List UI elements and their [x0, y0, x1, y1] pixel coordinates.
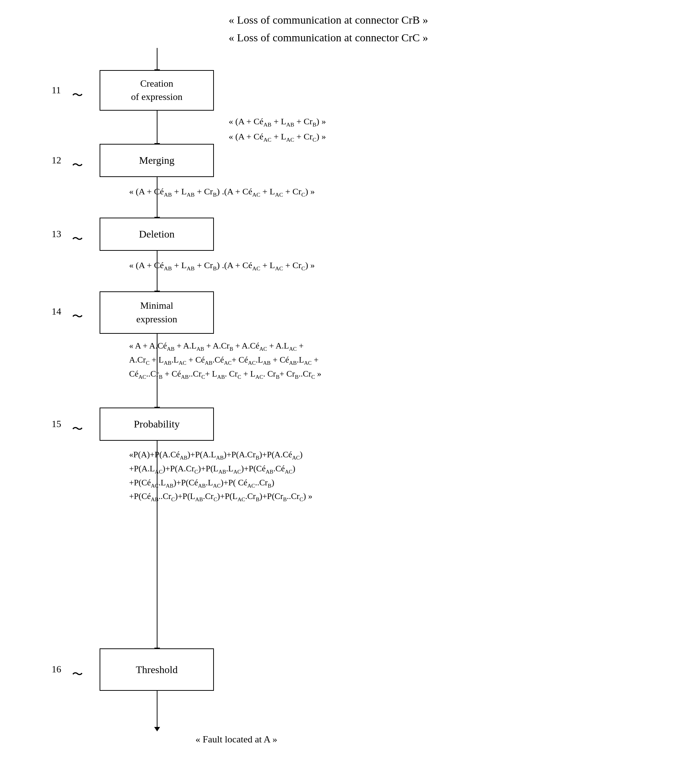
- arrow-13-to-14: [157, 251, 157, 291]
- step-14-wave: 〜: [72, 309, 83, 324]
- step-16-label: 16: [52, 664, 61, 675]
- box-deletion: Deletion: [100, 218, 214, 251]
- step-15-label: 15: [52, 419, 61, 430]
- step-16-wave: 〜: [72, 667, 83, 682]
- diagram-container: « Loss of communication at connector CrB…: [0, 0, 700, 776]
- step-14-label: 14: [52, 306, 61, 317]
- step-11-wave: 〜: [72, 88, 83, 103]
- box-merging: Merging: [100, 144, 214, 177]
- step-12-label: 12: [52, 155, 61, 166]
- step-11-label: 11: [52, 85, 61, 96]
- step-15-wave: 〜: [72, 421, 83, 437]
- header-line1: « Loss of communication at connector CrB…: [229, 11, 428, 29]
- header-line2: « Loss of communication at connector CrC…: [229, 29, 428, 47]
- annotation-after-11: « (A + CéAB + LAB + CrB) » « (A + CéAC +…: [229, 114, 326, 144]
- header-text: « Loss of communication at connector CrB…: [229, 11, 428, 47]
- step-13-label: 13: [52, 229, 61, 240]
- ann-14-line3: CéAC..CrB + CéAB..CrC+ LAB. CrC + LAC. C…: [129, 367, 321, 381]
- arrow-12-to-13: [157, 177, 157, 218]
- ann-11-line1: « (A + CéAB + LAB + CrB) »: [229, 114, 326, 130]
- ann-14-line2: A.CrC + LAB.LAC + CéAB.CéAC+ CéAC.LAB + …: [129, 353, 321, 367]
- step-12-wave: 〜: [72, 158, 83, 173]
- output-text: « Fault located at A »: [195, 732, 277, 746]
- arrow-14-to-15: [157, 334, 157, 408]
- arrow-16-to-output: [157, 691, 157, 728]
- box-threshold: Threshold: [100, 648, 214, 691]
- arrow-top-to-11: [157, 48, 157, 70]
- ann-14-line1: « A + A.CéAB + A.LAB + A.CrB + A.CéAC + …: [129, 339, 321, 353]
- arrow-11-to-12: [157, 111, 157, 144]
- annotation-after-14: « A + A.CéAB + A.LAB + A.CrB + A.CéAC + …: [129, 339, 321, 381]
- ann-11-line2: « (A + CéAC + LAC + CrC) »: [229, 130, 326, 145]
- box-minimal: Minimalexpression: [100, 291, 214, 334]
- step-13-wave: 〜: [72, 231, 83, 247]
- arrow-15-to-16: [157, 441, 157, 648]
- box-probability: Probability: [100, 408, 214, 441]
- output-line1: « Fault located at A »: [195, 732, 277, 746]
- box-creation: Creationof expression: [100, 70, 214, 111]
